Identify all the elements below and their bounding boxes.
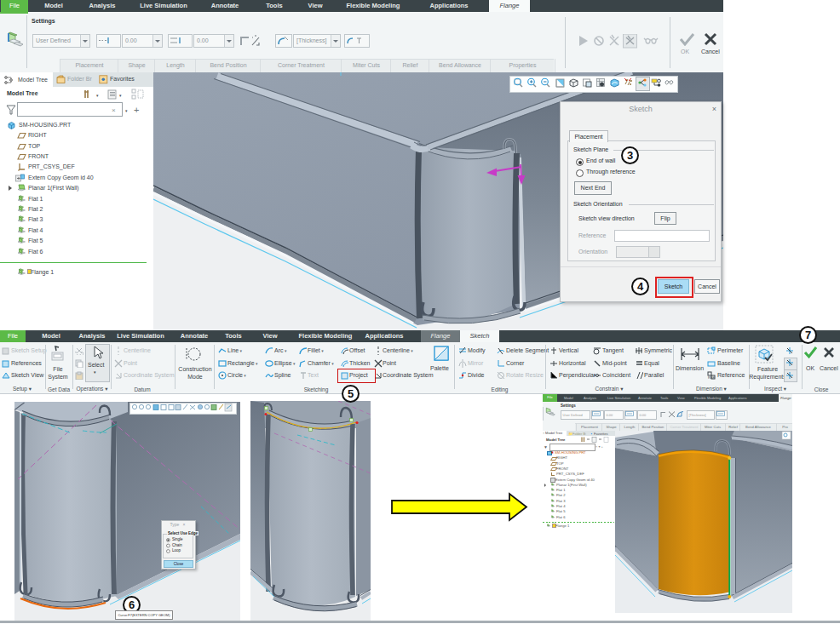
svg-text:REF: REF [708, 375, 716, 380]
